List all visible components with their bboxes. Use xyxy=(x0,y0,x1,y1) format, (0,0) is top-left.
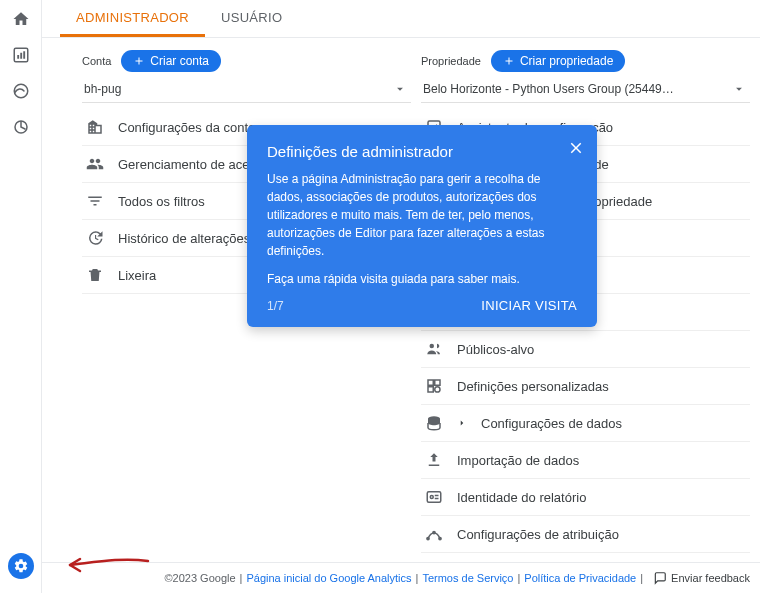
account-label: Conta xyxy=(82,55,111,67)
left-nav-rail xyxy=(0,0,42,593)
svg-rect-2 xyxy=(20,53,22,59)
tour-title: Definições de administrador xyxy=(267,143,577,160)
annotation-arrow xyxy=(60,551,150,575)
admin-gear-button[interactable] xyxy=(8,553,34,579)
tab-admin[interactable]: ADMINISTRADOR xyxy=(60,0,205,37)
explore-icon[interactable] xyxy=(12,82,30,100)
tour-tooltip: Definições de administrador Use a página… xyxy=(247,125,597,327)
attribution-icon xyxy=(425,525,443,543)
history-icon xyxy=(86,229,104,247)
create-account-button[interactable]: Criar conta xyxy=(121,50,221,72)
svg-point-11 xyxy=(435,387,440,392)
audience-icon xyxy=(425,340,443,358)
identity-icon xyxy=(425,488,443,506)
tour-hint: Faça uma rápida visita guiada para saber… xyxy=(267,270,577,288)
upload-icon xyxy=(425,451,443,469)
feedback-icon xyxy=(653,571,667,585)
property-selected: Belo Horizonte - Python Users Group (254… xyxy=(423,82,678,96)
svg-rect-10 xyxy=(428,387,433,392)
property-selector[interactable]: Belo Horizonte - Python Users Group (254… xyxy=(421,76,750,103)
tour-step: 1/7 xyxy=(267,299,284,313)
create-account-label: Criar conta xyxy=(150,54,209,68)
account-selector[interactable]: bh-pug xyxy=(82,76,411,103)
custom-definitions[interactable]: Definições personalizadas xyxy=(421,368,750,405)
trash-icon xyxy=(86,266,104,284)
attribution-settings[interactable]: Configurações de atribuição xyxy=(421,516,750,553)
svg-rect-8 xyxy=(428,380,433,385)
footer-privacy-link[interactable]: Política de Privacidade xyxy=(524,572,636,584)
reports-icon[interactable] xyxy=(12,46,30,64)
top-tabs: ADMINISTRADOR USUÁRIO xyxy=(42,0,760,38)
send-feedback-button[interactable]: Enviar feedback xyxy=(653,571,750,585)
start-tour-button[interactable]: INICIAR VISITA xyxy=(481,298,577,313)
footer-copyright: ©2023 Google xyxy=(164,572,235,584)
svg-point-16 xyxy=(439,537,441,539)
home-icon[interactable] xyxy=(12,10,30,28)
filter-icon xyxy=(86,192,104,210)
account-selected: bh-pug xyxy=(84,82,121,96)
create-property-label: Criar propriedade xyxy=(520,54,613,68)
footer-home-link[interactable]: Página inicial do Google Analytics xyxy=(246,572,411,584)
database-icon xyxy=(425,414,443,432)
tab-user[interactable]: USUÁRIO xyxy=(205,0,298,37)
svg-point-7 xyxy=(430,344,435,349)
svg-rect-3 xyxy=(23,51,25,59)
custom-icon xyxy=(425,377,443,395)
data-settings[interactable]: Configurações de dados xyxy=(421,405,750,442)
chevron-right-icon xyxy=(457,418,467,428)
svg-rect-9 xyxy=(435,380,440,385)
svg-point-15 xyxy=(427,537,429,539)
data-import[interactable]: Importação de dados xyxy=(421,442,750,479)
close-icon[interactable] xyxy=(567,139,585,160)
tour-body: Use a página Administração para gerir a … xyxy=(267,170,577,260)
people-icon xyxy=(86,155,104,173)
svg-point-17 xyxy=(433,531,435,533)
reporting-identity[interactable]: Identidade do relatório xyxy=(421,479,750,516)
svg-rect-1 xyxy=(17,55,19,59)
building-icon xyxy=(86,118,104,136)
advertising-icon[interactable] xyxy=(12,118,30,136)
footer-terms-link[interactable]: Termos de Serviço xyxy=(422,572,513,584)
property-label: Propriedade xyxy=(421,55,481,67)
create-property-button[interactable]: Criar propriedade xyxy=(491,50,625,72)
svg-point-14 xyxy=(430,496,433,499)
audiences[interactable]: Públicos-alvo xyxy=(421,331,750,368)
